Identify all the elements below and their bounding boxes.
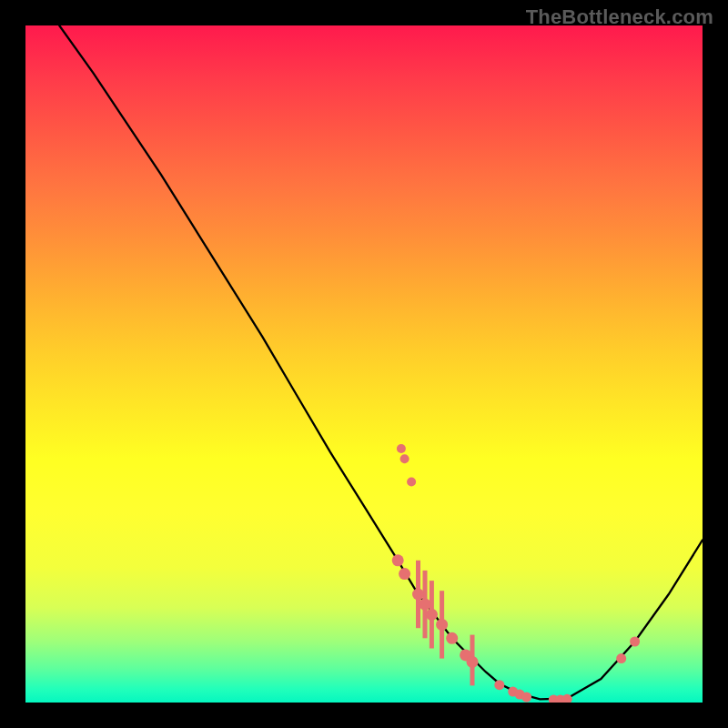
data-marker — [630, 637, 640, 647]
plot-area — [25, 25, 703, 703]
data-marker — [399, 568, 410, 580]
data-marker — [494, 680, 504, 690]
data-marker — [460, 649, 471, 661]
data-marker — [616, 653, 626, 663]
data-marker — [412, 589, 424, 601]
tick-bar — [416, 561, 420, 628]
data-marker — [555, 695, 565, 703]
data-marker — [400, 454, 410, 463]
chart-container: { "watermark": "TheBottleneck.com", "cha… — [0, 0, 728, 728]
data-marker — [515, 690, 525, 700]
data-marker — [562, 694, 572, 703]
chart-svg — [25, 25, 703, 703]
data-marker — [521, 693, 531, 703]
tick-bar — [470, 635, 475, 686]
tick-bar — [430, 581, 434, 648]
data-marker — [420, 599, 431, 611]
data-marker — [508, 687, 518, 697]
data-markers — [392, 444, 640, 703]
tick-bars — [416, 561, 475, 686]
data-marker — [397, 444, 406, 453]
data-marker — [446, 632, 458, 644]
data-marker — [407, 478, 416, 487]
tick-bar — [440, 591, 444, 658]
tick-bar — [423, 571, 428, 638]
bottleneck-curve — [59, 25, 703, 699]
data-marker — [426, 609, 438, 621]
data-marker — [436, 619, 448, 631]
data-marker — [467, 656, 479, 668]
data-marker — [392, 554, 404, 566]
data-marker — [549, 695, 559, 703]
